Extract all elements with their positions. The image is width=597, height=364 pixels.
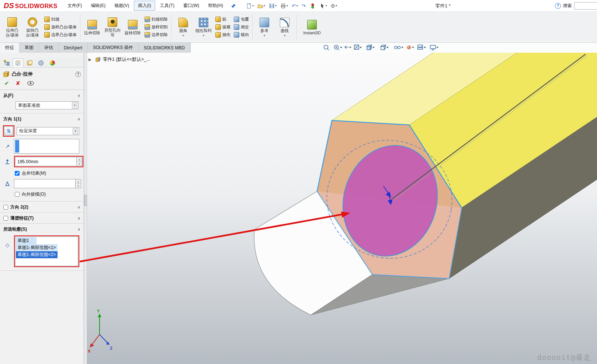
tab-features[interactable]: 特征 — [0, 43, 20, 53]
apply-scene-icon[interactable] — [418, 45, 423, 49]
help-icon[interactable]: ? — [75, 71, 81, 77]
thin-feature-header[interactable]: 薄壁特征(T) ∨ — [0, 213, 84, 223]
spin-up-icon[interactable]: ▴ — [76, 179, 81, 183]
display-manager-tab[interactable] — [47, 59, 58, 67]
merge-result-checkbox[interactable] — [15, 171, 20, 176]
swept-boss-button[interactable]: 扫描 — [43, 16, 78, 22]
tab-evaluate[interactable]: 评估 — [39, 43, 59, 53]
flyout-feature-tree[interactable]: ▶ 零件1 (默认<<默认>_... — [88, 56, 150, 63]
section-view-icon[interactable] — [354, 45, 359, 49]
edit-appearance-icon[interactable] — [407, 45, 411, 49]
rebuild-button[interactable] — [309, 2, 317, 10]
reference-geometry-button[interactable]: 参考 ▾ — [255, 16, 274, 38]
property-manager-tab[interactable] — [13, 59, 23, 67]
menu-window[interactable]: 窗口(W) — [179, 1, 203, 11]
contour-selection-list[interactable]: 草图1 草图1-局部范围<1> 草图1-局部范围<2> — [15, 237, 78, 266]
menu-file[interactable]: 文件(F) — [63, 1, 86, 11]
tab-dimxpert[interactable]: DimXpert — [59, 43, 88, 53]
display-style-icon[interactable] — [381, 45, 386, 50]
previous-view-icon[interactable] — [345, 46, 348, 49]
reverse-direction-button[interactable]: ⇅ — [4, 126, 13, 136]
tree-item-label[interactable]: 零件1 (默认<<默认>_... — [103, 56, 150, 63]
menu-tools[interactable]: 工具(T) — [156, 1, 178, 11]
mirror-button[interactable]: 镜向 — [233, 32, 250, 38]
list-item[interactable]: 草图1-局部范围<2> — [16, 251, 58, 258]
dimxpert-manager-tab[interactable] — [36, 59, 46, 67]
shell-button[interactable]: 抽壳 — [214, 32, 232, 38]
new-document-button[interactable]: ▾ — [245, 2, 255, 10]
lofted-cut-button[interactable]: 放样切割 — [143, 24, 169, 30]
revolved-boss-button[interactable]: 旋转凸台/基体 — [23, 16, 42, 38]
redo-button[interactable]: ↷ — [301, 3, 307, 9]
draft-outward-checkbox[interactable] — [15, 192, 20, 197]
draft-spinner[interactable]: ▴ ▾ — [75, 179, 81, 188]
end-condition-dropdown[interactable]: 给定深度 ▾ — [17, 127, 79, 135]
extruded-boss-button[interactable]: 拉伸凸台/基体 — [3, 16, 22, 38]
thin-feature-checkbox[interactable] — [3, 216, 8, 221]
from-section-header[interactable]: 从(F) ∧ — [0, 90, 84, 101]
depth-input[interactable] — [15, 157, 76, 166]
direction-reference-box[interactable] — [14, 139, 79, 154]
spin-down-icon[interactable]: ▾ — [77, 161, 82, 166]
menu-pin-icon[interactable] — [231, 3, 236, 8]
flyout-arrow-icon[interactable]: ▶ — [88, 57, 91, 62]
help-question-icon[interactable]: ? — [555, 3, 561, 9]
swept-cut-button[interactable]: 扫描切除 — [143, 16, 169, 22]
undo-button[interactable]: ↶ ▾ — [291, 3, 299, 9]
boundary-cut-button[interactable]: 边界切除 — [143, 32, 169, 38]
selected-contours-header[interactable]: 所选轮廓(S) ∧ — [0, 224, 84, 234]
zoom-fit-icon[interactable] — [324, 45, 329, 50]
direction1-header[interactable]: 方向 1(1) ∧ — [0, 113, 84, 124]
open-button[interactable]: ▾ — [256, 2, 266, 10]
intersect-button[interactable]: 相交 — [233, 24, 250, 30]
search-input[interactable] — [574, 2, 597, 10]
fillet-button[interactable]: 圆角 ▾ — [174, 16, 193, 38]
revolved-cut-button[interactable]: 旋转切除 — [123, 18, 142, 36]
lofted-boss-button[interactable]: 放样凸台/基体 — [43, 24, 78, 30]
tab-solidworks-mbd[interactable]: SOLIDWORKS MBD — [139, 43, 190, 53]
rib-button[interactable]: 筋 — [214, 16, 232, 22]
logo-wordmark: SOLIDWORKS — [15, 3, 58, 10]
tab-sketch[interactable]: 草图 — [20, 43, 39, 53]
panel-splitter[interactable] — [84, 53, 87, 364]
spin-down-icon[interactable]: ▾ — [76, 183, 81, 188]
extruded-cut-button[interactable]: 拉伸切除 — [83, 18, 102, 36]
save-button[interactable]: ▾ — [268, 2, 278, 10]
tab-solidworks-addins[interactable]: SOLIDWORKS 插件 — [88, 43, 139, 53]
hole-wizard-button[interactable]: 异型孔向导 — [103, 16, 122, 38]
instant3d-button[interactable]: Instant3D — [299, 18, 325, 36]
draft-angle-input[interactable] — [14, 179, 75, 188]
direction2-header[interactable]: 方向 2(2) ∨ — [0, 202, 84, 212]
splitter-grip[interactable] — [84, 195, 87, 206]
menu-edit[interactable]: 编辑(E) — [87, 1, 110, 11]
depth-spinner[interactable]: ▴ ▾ — [76, 157, 82, 166]
list-item[interactable]: 草图1 — [16, 237, 37, 244]
options-gear-button[interactable]: ⚙ ▾ — [330, 3, 339, 9]
menu-help[interactable]: 帮助(H) — [204, 1, 227, 11]
view-settings-icon[interactable] — [430, 45, 435, 50]
curves-button[interactable]: 曲线 ▾ — [275, 16, 294, 38]
feature-manager-tab[interactable] — [1, 59, 12, 67]
boundary-boss-button[interactable]: 边界凸台/基体 — [43, 32, 78, 38]
spin-up-icon[interactable]: ▴ — [77, 157, 82, 161]
scene-canvas[interactable]: Y X Z — [87, 53, 597, 364]
zoom-area-icon[interactable] — [334, 45, 340, 50]
select-cursor-button[interactable]: ▾ — [318, 2, 328, 10]
heads-up-view-toolbar[interactable] — [323, 43, 444, 52]
direction2-checkbox[interactable] — [3, 205, 8, 210]
cancel-button[interactable]: ✘ — [16, 80, 21, 87]
linear-pattern-button[interactable]: 线性阵列 ▾ — [194, 16, 213, 38]
from-dropdown[interactable]: 草图基准面 ▾ — [15, 101, 79, 109]
view-orientation-icon[interactable] — [367, 45, 372, 50]
hide-show-items-icon[interactable] — [394, 46, 400, 49]
menu-insert[interactable]: 插入(I) — [134, 1, 155, 11]
menu-view[interactable]: 视图(V) — [110, 1, 133, 11]
configuration-manager-tab[interactable] — [24, 59, 35, 67]
draft-button[interactable]: 拔模 — [214, 24, 232, 30]
ok-button[interactable]: ✔ — [4, 80, 9, 87]
wrap-button[interactable]: 包覆 — [233, 16, 250, 22]
graphics-viewport[interactable]: Y X Z ▶ 零件1 (默认<<默认>_... dooooit@暴走 — [87, 53, 597, 364]
list-item[interactable]: 草图1-局部范围<1> — [16, 244, 58, 251]
print-button[interactable]: ▾ — [279, 2, 289, 10]
preview-eye-button[interactable] — [27, 81, 34, 86]
